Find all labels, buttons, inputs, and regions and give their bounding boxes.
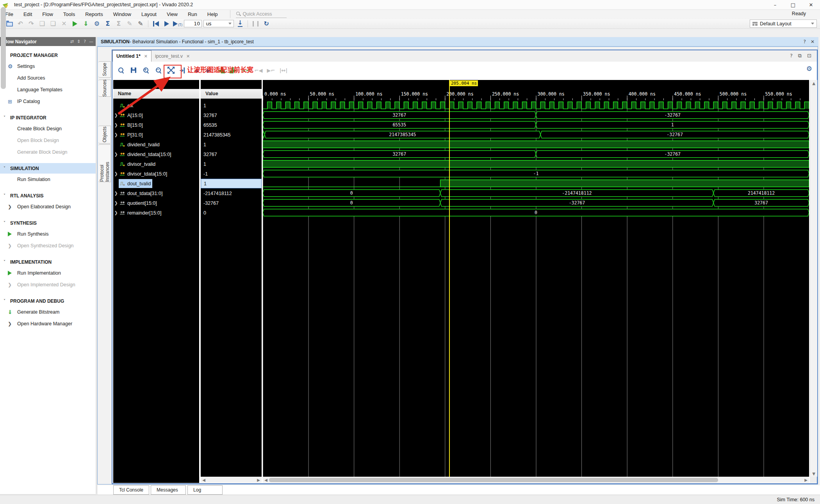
flow-navigator-header-icon-0[interactable]: ⇄ [70, 39, 74, 44]
help-icon[interactable]: ? [804, 39, 806, 44]
scroll-left-icon[interactable]: ◀ [201, 478, 207, 482]
expand-chevron-icon[interactable]: ❯ [113, 210, 119, 215]
search-button[interactable] [116, 64, 126, 76]
signal-value-P310[interactable]: 2147385345 [201, 130, 262, 140]
sidebar-item-run-synthesis[interactable]: Run Synthesis [0, 228, 96, 240]
signal-row-quotient150[interactable]: ❯quotient[15:0] [113, 198, 199, 208]
waveform-canvas[interactable]: 0.000 ns50.000 ns100.000 ns150.000 ns200… [263, 80, 809, 477]
signal-value-dout_tvalid[interactable]: 1 [201, 179, 262, 188]
sidebar-item-language-templates[interactable]: Language Templates [0, 84, 96, 96]
sidebar-item-open-hardware-manager[interactable]: ❯Open Hardware Manager [0, 318, 96, 330]
sim-unit-select[interactable]: us [203, 20, 234, 27]
menu-flow[interactable]: Flow [37, 11, 58, 18]
sidebar-section-rtl-analysis[interactable]: ˅RTL ANALYSIS [0, 190, 96, 201]
sidebar-item-generate-bitstream[interactable]: ⇓Generate Bitstream [0, 306, 96, 318]
menu-edit[interactable]: Edit [18, 11, 37, 18]
run-for-button[interactable]: (T) [173, 20, 182, 28]
side-tab-sources[interactable]: Sources [98, 80, 111, 97]
sidebar-item-ip-catalog[interactable]: ⊞IP Catalog [0, 96, 96, 107]
menu-run[interactable]: Run [183, 11, 202, 18]
minimize-button[interactable]: – [766, 0, 784, 9]
generate-bitstream-button[interactable]: ⇓ [81, 20, 91, 28]
run-button[interactable] [70, 20, 80, 28]
scroll-right-icon[interactable]: ▶ [803, 478, 809, 482]
restart-sim-button[interactable] [151, 20, 160, 28]
edit-constraints-button[interactable]: ✎ [136, 20, 145, 28]
settings-button[interactable]: ⚙ [92, 20, 102, 28]
signal-row-P310[interactable]: ❯P[31:0] [113, 130, 199, 140]
report-button[interactable]: Σ [103, 20, 112, 28]
signal-row-dividend_tvalid[interactable]: dividend_tvalid [113, 140, 199, 149]
signal-value-remainder150[interactable]: 0 [201, 208, 262, 218]
tab-log[interactable]: Log [187, 485, 223, 495]
flow-navigator-header-icon-2[interactable]: ? [84, 39, 86, 44]
tab-untitled-1-[interactable]: Untitled 1*✕ [112, 50, 152, 62]
flow-navigator-header-icon-1[interactable]: ⇕ [77, 39, 80, 44]
open-file-button[interactable] [5, 20, 14, 28]
wave-vscrollbar-thumb[interactable] [1, 7, 6, 89]
menu-help[interactable]: Help [202, 11, 223, 18]
signal-row-A150[interactable]: ❯A[15:0] [113, 110, 199, 120]
signal-row-clk[interactable]: clk [113, 101, 199, 110]
step-button[interactable]: ↓ [235, 20, 245, 28]
signal-row-dout_tvalid[interactable]: dout_tvalid [113, 179, 199, 188]
help-icon[interactable]: ? [790, 53, 793, 59]
sidebar-section-ip-integrator[interactable]: ˅IP INTEGRATOR [0, 112, 96, 123]
sidebar-section-implementation[interactable]: ˅IMPLEMENTATION [0, 257, 96, 267]
side-tab-objects[interactable]: Objects [98, 126, 111, 144]
tab-ipcore-test-v[interactable]: ipcore_test.v✕ [152, 51, 193, 62]
signal-row-divisor_tdata150[interactable]: ❯divisor_tdata[15:0] [113, 169, 199, 179]
side-tab-protocol-instances[interactable]: Protocol Instances [98, 144, 111, 182]
sidebar-item-run-implementation[interactable]: Run Implementation [0, 267, 96, 279]
name-column-header[interactable]: Name [113, 89, 199, 99]
expand-chevron-icon[interactable]: ❯ [113, 132, 119, 137]
menu-window[interactable]: Window [108, 11, 136, 18]
expand-chevron-icon[interactable]: ❯ [113, 122, 119, 128]
expand-chevron-icon[interactable]: ❯ [113, 171, 119, 176]
signal-value-quotient150[interactable]: -32767 [201, 198, 262, 208]
signal-row-dividend_tdata150[interactable]: ❯dividend_tdata[15:0] [113, 149, 199, 159]
zoom-in-button[interactable]: + [141, 64, 151, 76]
expand-chevron-icon[interactable]: ❯ [113, 113, 119, 118]
signal-row-B150[interactable]: ❯B[15:0] [113, 120, 199, 130]
signal-value-dividend_tvalid[interactable]: 1 [201, 140, 262, 149]
signal-value-divisor_tdata150[interactable]: -1 [201, 169, 262, 179]
sidebar-item-create-block-design[interactable]: Create Block Design [0, 123, 96, 135]
expand-chevron-icon[interactable]: ❯ [113, 201, 119, 206]
save-waveform-button[interactable] [128, 64, 139, 76]
signal-row-divisor_tvalid[interactable]: divisor_tvalid [113, 159, 199, 169]
sidebar-item-settings[interactable]: ⚙Settings [0, 60, 96, 72]
menu-tools[interactable]: Tools [58, 11, 80, 18]
tab-messages[interactable]: Messages [151, 485, 186, 495]
maximize-panel-icon[interactable]: ⊡ [807, 53, 811, 59]
value-hscrollbar[interactable]: ◀ ▶ [201, 477, 262, 483]
tab-tcl-console[interactable]: Tcl Console [113, 485, 149, 495]
wave-hscrollbar-thumb[interactable] [269, 478, 718, 482]
scroll-up-icon[interactable]: ▲ [810, 80, 817, 86]
sidebar-item-open-elaborated-design[interactable]: ❯Open Elaborated Design [0, 201, 96, 213]
tab-close-icon[interactable]: ✕ [186, 54, 190, 59]
menu-view[interactable]: View [162, 11, 183, 18]
value-column-header[interactable]: Value [201, 89, 262, 99]
relaunch-button[interactable]: ↻ [262, 20, 271, 28]
cursor-time-flag[interactable]: 205.004 ns [450, 80, 478, 86]
signal-row-dout_tdata310[interactable]: ❯dout_tdata[31:0] [113, 188, 199, 198]
close-button[interactable]: ✕ [802, 0, 820, 9]
wave-hscrollbar[interactable]: ◀ ▶ [263, 477, 809, 483]
signal-value-dividend_tdata150[interactable]: 32767 [201, 149, 262, 159]
menu-layout[interactable]: Layout [136, 11, 162, 18]
sidebar-item-add-sources[interactable]: Add Sources [0, 72, 96, 84]
signal-value-A150[interactable]: 32767 [201, 110, 262, 120]
flow-navigator-header-icon-3[interactable]: — [89, 39, 93, 44]
signal-value-B150[interactable]: 65535 [201, 120, 262, 130]
sidebar-section-synthesis[interactable]: ˅SYNTHESIS [0, 218, 96, 228]
expand-chevron-icon[interactable]: ❯ [113, 152, 119, 157]
layout-selector[interactable]: Default Layout [750, 20, 817, 28]
sidebar-section-project-manager[interactable]: ˅PROJECT MANAGER [0, 50, 96, 60]
wave-vscrollbar[interactable]: ▲ ▼ [810, 80, 817, 477]
run-all-button[interactable] [162, 20, 171, 28]
expand-chevron-icon[interactable]: ❯ [113, 191, 119, 196]
float-window-icon[interactable]: ⧉ [798, 53, 802, 59]
signal-row-remainder150[interactable]: ❯remainder[15:0] [113, 208, 199, 218]
side-tab-scope[interactable]: Scope [98, 61, 111, 78]
